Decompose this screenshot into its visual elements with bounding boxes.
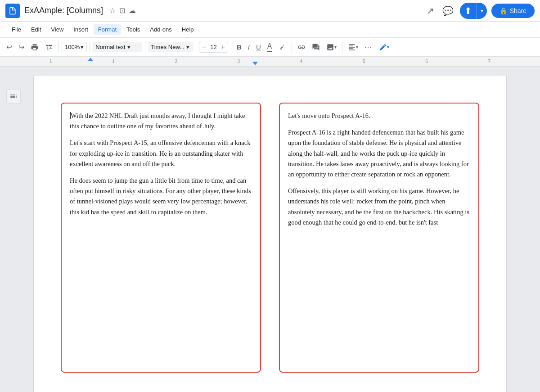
divider-1 — [58, 42, 59, 53]
doc-title: ExAAmple: [Columns] — [24, 6, 103, 15]
upload-button[interactable]: ⬆ — [460, 3, 477, 19]
more-button[interactable]: ⋯ — [362, 41, 374, 53]
doc-page: With the 2022 NHL Draft just months away… — [34, 76, 506, 392]
drive-icon[interactable]: ⊡ — [119, 6, 125, 15]
menu-format[interactable]: Format — [94, 24, 121, 35]
align-caret-icon: ▾ — [356, 45, 358, 50]
sidebar-right — [513, 76, 540, 392]
lock-icon: 🔒 — [500, 7, 507, 14]
style-select[interactable]: Normal text ▾ — [93, 42, 142, 52]
menu-view[interactable]: View — [46, 24, 68, 35]
font-size-control: − 12 + — [199, 42, 228, 53]
ruler-inner: 1 1 2 3 4 5 6 7 — [9, 59, 531, 64]
underline-button[interactable]: U — [253, 41, 264, 53]
left-para-1: With the 2022 NHL Draft just months away… — [70, 111, 252, 131]
doc-area: With the 2022 NHL Draft just months away… — [0, 67, 540, 392]
menu-tools[interactable]: Tools — [122, 24, 144, 35]
right-column[interactable]: Let's move onto Prospect A-16. Prospect … — [279, 103, 479, 373]
zoom-caret-icon: ▾ — [81, 44, 84, 50]
upload-caret[interactable]: ▾ — [477, 3, 487, 19]
star-icon[interactable]: ☆ — [109, 6, 116, 15]
doc-page-area: With the 2022 NHL Draft just months away… — [27, 76, 513, 392]
divider-6 — [292, 42, 292, 53]
zoom-select[interactable]: 100% ▾ — [62, 42, 87, 52]
analytics-icon[interactable]: ↗ — [425, 4, 436, 18]
right-para-3: Offensively, this player is still workin… — [288, 186, 470, 228]
italic-button[interactable]: I — [245, 41, 252, 53]
menu-help[interactable]: Help — [177, 24, 198, 35]
outline-icon[interactable] — [6, 89, 21, 104]
paint-format-button[interactable] — [42, 41, 56, 53]
menu-edit[interactable]: Edit — [27, 24, 45, 35]
menu-bar: File Edit View Insert Format Tools Add-o… — [0, 22, 540, 38]
columns-container: With the 2022 NHL Draft just months away… — [61, 103, 479, 373]
right-para-2: Prospect A-16 is a right-handed defencem… — [288, 127, 470, 180]
image-caret-icon: ▾ — [334, 45, 337, 50]
image-button[interactable]: ▾ — [324, 41, 339, 53]
divider-7 — [342, 42, 342, 53]
divider-3 — [145, 42, 145, 53]
cloud-icon[interactable]: ☁ — [129, 6, 136, 15]
font-size-minus[interactable]: − — [201, 43, 207, 51]
undo-button[interactable]: ↩ — [4, 41, 15, 53]
share-button[interactable]: 🔒 Share — [491, 4, 535, 18]
edit-mode-button[interactable]: ▾ — [376, 41, 392, 53]
menu-file[interactable]: File — [7, 24, 26, 35]
ruler-left-indent-top[interactable] — [88, 58, 93, 61]
header-right: ↗ 💬 ⬆ ▾ 🔒 Share — [425, 3, 535, 19]
font-size-plus[interactable]: + — [220, 43, 226, 51]
font-select[interactable]: Times New... ▾ — [148, 42, 193, 52]
style-value: Normal text — [95, 44, 125, 50]
font-caret-icon: ▾ — [186, 44, 189, 50]
font-size-value[interactable]: 12 — [208, 44, 219, 50]
upload-group: ⬆ ▾ — [460, 3, 487, 19]
ruler-right-indent-bottom[interactable] — [252, 62, 258, 65]
bold-button[interactable]: B — [234, 41, 244, 53]
text-color-button[interactable]: A — [265, 41, 275, 54]
title-bar: ExAAmple: [Columns] ☆ ⊡ ☁ ↗ 💬 ⬆ ▾ 🔒 Shar… — [0, 0, 540, 22]
print-button[interactable] — [28, 41, 41, 53]
ruler: 1 1 2 3 4 5 6 7 — [0, 57, 540, 67]
app-icon[interactable] — [5, 4, 20, 18]
highlight-button[interactable] — [275, 41, 289, 53]
zoom-value: 100% — [65, 44, 80, 50]
align-button[interactable]: ▾ — [345, 41, 361, 53]
right-para-1: Let's move onto Prospect A-16. — [288, 111, 470, 121]
menu-addons[interactable]: Add-ons — [145, 24, 176, 35]
text-cursor — [70, 112, 71, 119]
text-color-indicator: A — [267, 42, 272, 52]
sidebar-left — [0, 76, 27, 392]
menu-insert[interactable]: Insert — [69, 24, 93, 35]
toolbar: ↩ ↪ 100% ▾ Normal text ▾ Times New... ▾ … — [0, 38, 540, 57]
title-icons: ☆ ⊡ ☁ — [109, 6, 136, 15]
divider-5 — [231, 42, 231, 53]
comments-icon[interactable]: 💬 — [441, 4, 455, 18]
divider-2 — [90, 42, 90, 53]
style-caret-icon: ▾ — [127, 44, 130, 50]
divider-4 — [196, 42, 196, 53]
redo-button[interactable]: ↪ — [16, 41, 27, 53]
edit-caret-icon: ▾ — [387, 45, 389, 50]
left-column[interactable]: With the 2022 NHL Draft just months away… — [61, 103, 261, 373]
left-para-2: Let's start with Prospect A-15, an offen… — [70, 138, 252, 169]
comment-button[interactable] — [309, 41, 323, 53]
link-button[interactable] — [295, 41, 308, 53]
font-value: Times New... — [151, 44, 184, 50]
left-para-3: He does seem to jump the gun a little bi… — [70, 176, 252, 217]
